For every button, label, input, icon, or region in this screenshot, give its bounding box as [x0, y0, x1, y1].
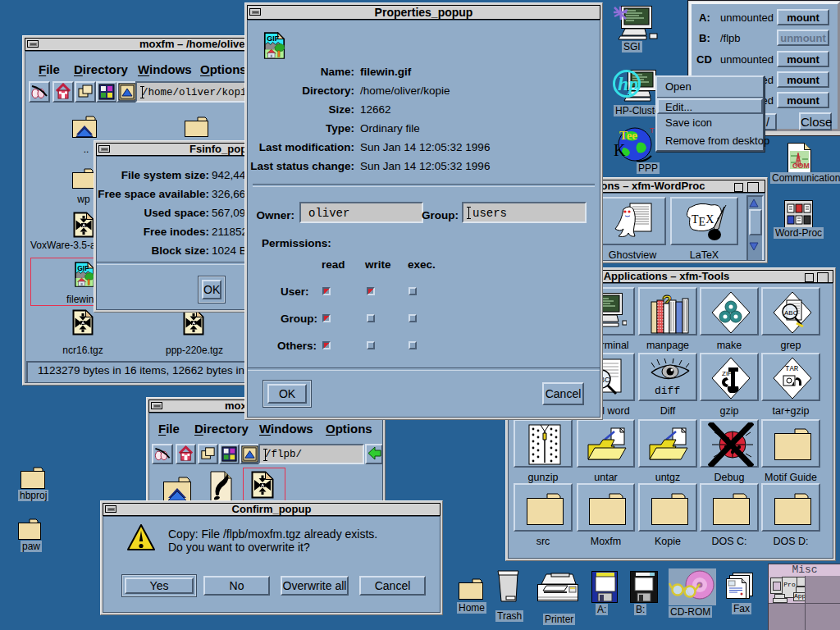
svg-text:COM: COM: [792, 162, 810, 170]
svg-text:GIF: GIF: [267, 34, 280, 43]
svg-text:T: T: [650, 126, 655, 135]
svg-text:hp: hp: [618, 73, 638, 94]
svg-text:Tee: Tee: [619, 129, 637, 142]
svg-text:diff: diff: [655, 385, 680, 397]
svg-text:TAR: TAR: [785, 365, 799, 373]
svg-text:GIF: GIF: [77, 264, 89, 272]
svg-text:K: K: [614, 141, 626, 159]
svg-text:ABC: ABC: [784, 309, 798, 317]
